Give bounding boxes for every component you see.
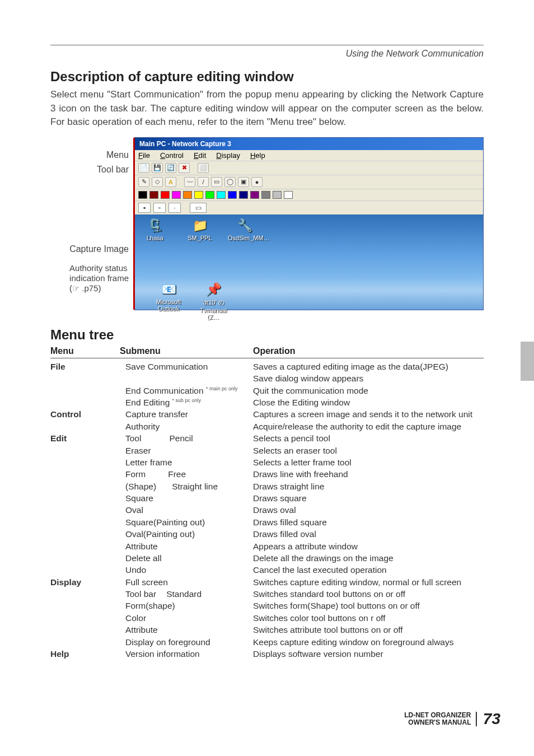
tree-tb-color: Color: [120, 612, 253, 624]
desktop-icon-outlook[interactable]: 📧 Microsoft Outlook: [152, 282, 185, 320]
archive-icon: 🗜️: [146, 218, 165, 234]
color-swatch[interactable]: [273, 191, 282, 199]
tree-save-comm: Save Communication: [120, 361, 253, 372]
heading-description: Description of capture editing window: [50, 69, 484, 85]
tb-filloval-icon[interactable]: ●: [251, 177, 263, 187]
tb-line-icon[interactable]: /: [198, 177, 209, 187]
tree-full-screen: Full screen: [120, 576, 253, 588]
tree-square: Square: [120, 492, 253, 504]
tree-help: Help: [50, 648, 120, 660]
tree-end-edit: End Editing * sub pc only: [120, 396, 253, 408]
tree-file: File: [50, 361, 120, 372]
color-swatch[interactable]: [149, 191, 158, 199]
color-swatch[interactable]: [161, 191, 170, 199]
tb-open-icon[interactable]: 📄: [138, 163, 149, 173]
label-menu: Menu: [106, 150, 129, 160]
tree-display-foreground: Display on foreground: [120, 636, 253, 648]
tree-tb-form: Form(shape): [120, 600, 253, 612]
tree-tb-standard: Standard: [166, 589, 202, 599]
tree-control: Control: [50, 408, 120, 420]
header-section: Using the Network Communication: [50, 49, 484, 59]
page-number: 73: [483, 710, 500, 728]
attr-box-icon[interactable]: ▭: [190, 203, 207, 213]
tb-square-icon[interactable]: ▭: [211, 177, 222, 187]
diagram-wrap: Menu Tool bar Capture Image Authority st…: [50, 137, 484, 310]
app-icon: 🔧: [235, 218, 254, 234]
desktop-icon-dt10[interactable]: 📌 'dt10' の Tvmanual (Z…: [196, 282, 230, 320]
heading-menu-tree: Menu tree: [50, 327, 484, 343]
app-window-diagram: Main PC - Network Capture 3 File Control…: [134, 137, 484, 310]
tree-oval-fill: Oval(Painting out): [120, 528, 253, 540]
label-authority: Authority status indication frame (☞ .p7…: [69, 263, 129, 293]
tree-version: Version information: [120, 648, 253, 660]
color-swatch[interactable]: [228, 191, 237, 199]
desktop-icon-smppl[interactable]: 📁 SM_PPL: [183, 218, 217, 241]
color-swatch[interactable]: [239, 191, 248, 199]
col-operation: Operation: [253, 346, 484, 356]
tree-square-fill: Square(Painting out): [120, 516, 253, 528]
menu-control[interactable]: Control: [160, 151, 184, 160]
tb-close-icon[interactable]: ✖: [179, 163, 190, 173]
tree-pencil: Pencil: [169, 433, 193, 443]
toolbar-attribute: ▪ ▫ · ▭: [135, 200, 483, 214]
color-swatch[interactable]: [172, 191, 181, 199]
folder-icon: 📁: [190, 218, 209, 234]
tb-text-icon[interactable]: A: [165, 177, 176, 187]
tb-fullscreen-icon[interactable]: ⬜: [198, 163, 209, 173]
page-edge-tab: [521, 342, 534, 381]
toolbar-standard: 📄 💾 🔄 ✖ ⬜: [135, 161, 483, 175]
color-swatch[interactable]: [250, 191, 259, 199]
page-footer: LD-NET ORGANIZER OWNER'S MANUAL 73: [404, 710, 500, 728]
label-toolbar: Tool bar: [97, 164, 129, 175]
header-rule: [50, 45, 484, 45]
menu-file[interactable]: File: [138, 151, 150, 160]
tree-authority: Authority: [120, 421, 253, 432]
tree-free: Free: [168, 469, 186, 479]
color-swatch[interactable]: [217, 191, 226, 199]
tb-refresh-icon[interactable]: 🔄: [165, 163, 176, 173]
diagram-labels: Menu Tool bar Capture Image Authority st…: [50, 137, 134, 310]
col-submenu: Submenu: [120, 346, 253, 356]
window-titlebar: Main PC - Network Capture 3: [135, 138, 483, 150]
tree-tb-attribute: Attribute: [120, 624, 253, 636]
col-menu: Menu: [50, 346, 120, 356]
menu-tree: FileSave CommunicationSaves a captured e…: [50, 361, 484, 660]
attr-box-icon[interactable]: ▫: [153, 203, 166, 213]
toolbar-color: [135, 189, 483, 200]
intro-paragraph: Select menu "Start Communication" from t…: [50, 88, 484, 129]
color-swatch[interactable]: [284, 191, 293, 199]
desktop-icon-lhasa[interactable]: 🗜️ Lhasa: [138, 218, 172, 241]
color-swatch[interactable]: [261, 191, 270, 199]
tree-end-comm: End Communication * main pc only: [120, 385, 253, 396]
tree-straight: Straight line: [172, 482, 218, 491]
menu-edit[interactable]: Edit: [194, 151, 206, 160]
desktop-icon-osdsim[interactable]: 🔧 OsdSim_MM…: [228, 218, 261, 241]
tb-eraser-icon[interactable]: ◇: [152, 177, 163, 187]
tb-oval-icon[interactable]: ◯: [224, 177, 236, 187]
tree-capture-transfer: Capture transfer: [120, 408, 253, 420]
tb-pencil-icon[interactable]: ✎: [138, 177, 149, 187]
color-swatch[interactable]: [183, 191, 192, 199]
attr-box-icon[interactable]: ·: [168, 203, 181, 213]
capture-desktop-area: 🗜️ Lhasa 📁 SM_PPL 🔧 OsdSim_MM… 📧: [135, 214, 483, 310]
toolbar-shape: ✎ ◇ A 〰 / ▭ ◯ ▣ ●: [135, 175, 483, 189]
menu-help[interactable]: Help: [250, 151, 265, 160]
menu-display[interactable]: Display: [216, 151, 240, 160]
tree-attribute: Attribute: [120, 540, 253, 552]
color-swatch[interactable]: [138, 191, 147, 199]
tree-eraser: Eraser: [120, 445, 253, 456]
color-swatch[interactable]: [194, 191, 203, 199]
label-capture-image: Capture Image: [69, 244, 129, 254]
tb-free-icon[interactable]: 〰: [184, 177, 195, 187]
tb-save-icon[interactable]: 💾: [152, 163, 163, 173]
app-window: Main PC - Network Capture 3 File Control…: [134, 137, 484, 310]
shortcut-icon: 📌: [204, 282, 223, 297]
tree-display: Display: [50, 576, 120, 588]
tb-fillsquare-icon[interactable]: ▣: [238, 177, 249, 187]
tree-edit: Edit: [50, 432, 120, 444]
attr-box-icon[interactable]: ▪: [138, 203, 151, 213]
tree-undo: Undo: [120, 564, 253, 576]
window-menubar: File Control Edit Display Help: [135, 150, 483, 161]
footer-line2: OWNER'S MANUAL: [408, 718, 471, 726]
color-swatch[interactable]: [205, 191, 214, 199]
